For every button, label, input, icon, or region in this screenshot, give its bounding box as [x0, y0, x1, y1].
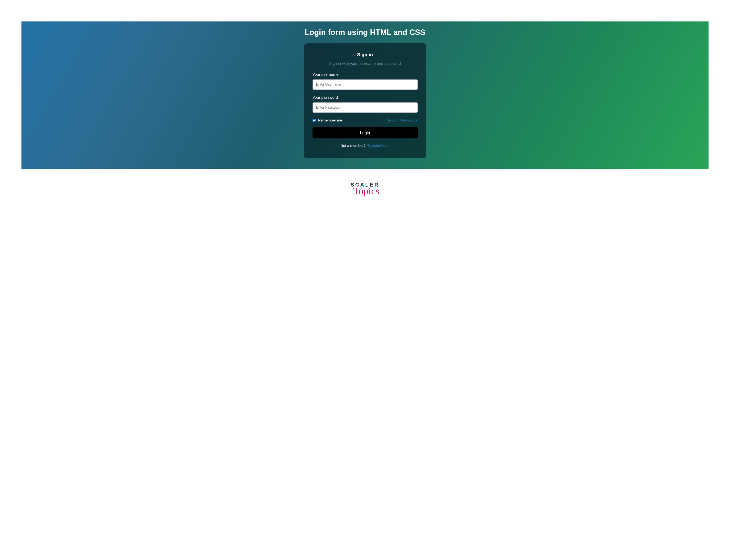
brand-logo: SCALER Topics	[351, 182, 379, 197]
login-card: Sign in Sign in with your username and p…	[304, 43, 426, 158]
remember-me-wrap[interactable]: Remember me	[313, 118, 342, 123]
remember-me-checkbox[interactable]	[313, 119, 316, 122]
brand-topics-text: Topics	[353, 185, 379, 197]
register-row: Not a member? Register here!	[313, 144, 418, 148]
card-subheading: Sign in with your username and password	[313, 61, 418, 66]
login-button[interactable]: Login	[313, 127, 418, 138]
password-label: Your password	[313, 95, 418, 100]
remember-me-label: Remember me	[318, 118, 342, 123]
card-heading: Sign in	[313, 52, 418, 58]
username-label: Your username	[313, 72, 418, 77]
page-title: Login form using HTML and CSS	[305, 28, 425, 37]
forgot-password-link[interactable]: Forgot Password?	[388, 118, 418, 123]
gradient-background-panel: Login form using HTML and CSS Sign in Si…	[21, 21, 709, 169]
username-input[interactable]	[313, 79, 418, 90]
password-input[interactable]	[313, 102, 418, 113]
register-prompt: Not a member?	[340, 144, 367, 148]
register-link[interactable]: Register here!	[367, 144, 390, 148]
